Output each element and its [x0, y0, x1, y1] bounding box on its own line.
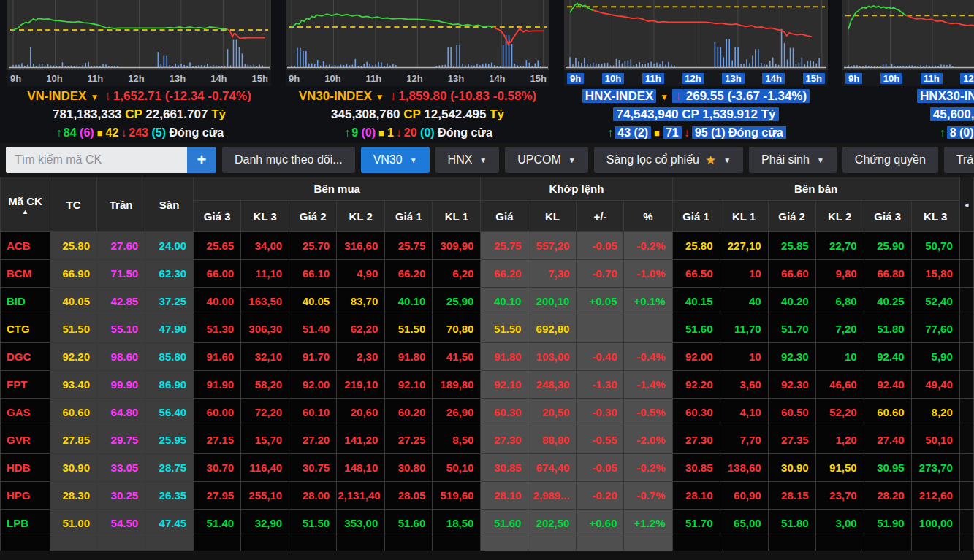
cell-buy-1[interactable]: 306,30 [241, 315, 289, 343]
ticker-symbol[interactable]: HDB [1, 454, 50, 482]
cell-match-0[interactable]: 66.20 [481, 260, 528, 288]
index-panel-hnx30-index[interactable]: 9h10h11h12h13h14h15hHNX30-INDEX▼↓45,600,… [835, 0, 974, 143]
cell-buy-3[interactable]: 2,30 [337, 343, 385, 371]
cell-buy-3[interactable]: 4,90 [337, 260, 385, 288]
cell-sell-4[interactable]: 51.80 [864, 315, 911, 343]
cell-tc[interactable]: 25.80 [50, 232, 97, 260]
cell-match-0[interactable]: 25.75 [481, 232, 528, 260]
subcolumn-header[interactable]: Giá [481, 201, 528, 232]
index-title-line[interactable]: VN-INDEX▼↓1,652.71 (-12.34 -0.74%) [7, 87, 271, 105]
cell-buy-5[interactable]: 41,50 [433, 343, 481, 371]
cell-ceiling[interactable]: 29.75 [97, 426, 145, 454]
cell-floor[interactable]: 86.90 [145, 371, 194, 399]
cell-ceiling[interactable]: 33.05 [97, 454, 145, 482]
menu-button-tr[interactable]: Trá [944, 147, 974, 173]
cell-ceiling[interactable]: 42.85 [97, 288, 145, 315]
cell-tc[interactable]: 60.60 [50, 399, 97, 426]
cell-sell-1[interactable]: 10 [720, 343, 768, 371]
column-header-tc[interactable]: TC [50, 177, 97, 232]
subcolumn-header[interactable]: Giá 3 [194, 201, 241, 232]
cell-sell-4[interactable]: 30.95 [864, 454, 911, 482]
cell-match-3[interactable]: -1.4% [624, 371, 672, 399]
cell-sell-4[interactable]: 51.90 [864, 510, 911, 537]
cell-buy-5[interactable]: 6,20 [433, 260, 481, 288]
cell-buy-3[interactable]: 219,10 [337, 371, 385, 399]
cell-buy-2[interactable]: 27.20 [289, 426, 337, 454]
cell-sell-1[interactable]: 10 [720, 260, 768, 288]
cell-buy-2[interactable]: 60.10 [289, 399, 337, 426]
cell-match-1[interactable]: 88,80 [528, 426, 577, 454]
cell-buy-2[interactable]: 91.70 [289, 343, 337, 371]
cell-sell-4[interactable]: 92.40 [864, 371, 911, 399]
cell-buy-1[interactable]: 255,10 [241, 482, 289, 510]
cell-sell-4[interactable]: 92.40 [864, 343, 911, 371]
cell-match-0[interactable]: 91.80 [481, 343, 528, 371]
cell-buy-5[interactable]: 309,90 [433, 232, 481, 260]
cell-sell-1[interactable]: 227,10 [720, 232, 768, 260]
cell-match-0[interactable]: 28.10 [481, 482, 528, 510]
cell-floor[interactable]: 56.40 [145, 399, 194, 426]
cell-buy-0[interactable]: 91.90 [194, 371, 241, 399]
cell-sell-4[interactable]: 28.20 [864, 482, 911, 510]
cell-floor[interactable]: 85.80 [145, 343, 194, 371]
cell-sell-5[interactable]: 8,20 [911, 399, 959, 426]
cell-ceiling[interactable]: 30.25 [97, 482, 145, 510]
menu-button-upcom[interactable]: UPCOM▼ [505, 147, 587, 173]
cell-sell-4[interactable]: 60.60 [864, 399, 911, 426]
ticker-symbol[interactable]: DGC [1, 343, 50, 371]
cell-match-2[interactable] [577, 315, 624, 343]
cell-buy-4[interactable]: 51.50 [385, 315, 433, 343]
column-header-s-n[interactable]: Sàn [145, 177, 194, 232]
cell-sell-3[interactable]: 6,80 [815, 288, 864, 315]
cell-buy-0[interactable]: 51.30 [194, 315, 241, 343]
cell-buy-3[interactable]: 148,10 [337, 454, 385, 482]
cell-sell-2[interactable]: 25.85 [768, 232, 815, 260]
cell-buy-3[interactable]: 83,70 [337, 288, 385, 315]
cell-tc[interactable]: 30.90 [50, 454, 97, 482]
cell-floor[interactable]: 47.45 [145, 510, 194, 537]
ticker-symbol[interactable]: LPB [1, 510, 50, 537]
cell-match-3[interactable]: +1.2% [624, 510, 672, 537]
cell-match-2[interactable]: -0.40 [577, 343, 624, 371]
cell-buy-4[interactable]: 66.20 [385, 260, 433, 288]
table-row-fpt[interactable]: FPT93.4099.9086.9091.9058,2092.00219,109… [1, 371, 974, 399]
cell-buy-4[interactable]: 60.20 [385, 399, 433, 426]
cell-tc[interactable]: 92.20 [50, 343, 97, 371]
cell-floor[interactable]: 28.75 [145, 454, 194, 482]
table-row-bid[interactable]: BID40.0542.8537.2540.00163,5040.0583,704… [1, 288, 974, 315]
cell-sell-0[interactable]: 27.30 [672, 426, 720, 454]
cell-buy-5[interactable]: 50,10 [433, 454, 481, 482]
cell-buy-2[interactable]: 25.70 [289, 232, 337, 260]
cell-buy-2[interactable]: 30.75 [289, 454, 337, 482]
cell-buy-4[interactable]: 51.60 [385, 510, 433, 537]
cell-sell-2[interactable]: 51.70 [768, 315, 815, 343]
cell-match-1[interactable]: 200,10 [528, 288, 577, 315]
subcolumn-header[interactable]: +/- [577, 201, 624, 232]
cell-match-2[interactable]: -0.05 [577, 232, 624, 260]
cell-sell-2[interactable]: 40.20 [768, 288, 815, 315]
cell-buy-5[interactable]: 70,80 [433, 315, 481, 343]
cell-ceiling[interactable]: 64.80 [97, 399, 145, 426]
cell-sell-0[interactable]: 25.80 [672, 232, 720, 260]
cell-sell-0[interactable]: 51.70 [672, 510, 720, 537]
cell-sell-0[interactable]: 51.60 [672, 315, 720, 343]
subcolumn-header[interactable]: Giá 1 [672, 201, 720, 232]
add-symbol-button[interactable]: + [187, 147, 216, 173]
cell-match-1[interactable]: 248,30 [528, 371, 577, 399]
cell-buy-2[interactable]: 28.00 [289, 482, 337, 510]
table-row-bcm[interactable]: BCM66.9071.5062.3066.0011,1066.104,9066.… [1, 260, 974, 288]
cell-sell-1[interactable]: 3,60 [720, 371, 768, 399]
cell-sell-0[interactable]: 66.50 [672, 260, 720, 288]
index-title-line[interactable]: VN30-INDEX▼↓1,859.80 (-10.83 -0.58%) [286, 87, 549, 105]
cell-sell-5[interactable]: 52,40 [911, 288, 959, 315]
cell-sell-1[interactable]: 4,10 [720, 399, 768, 426]
cell-sell-0[interactable]: 92.00 [672, 343, 720, 371]
search-input[interactable] [6, 147, 187, 173]
cell-sell-2[interactable]: 51.80 [768, 510, 815, 537]
cell-buy-1[interactable]: 72,20 [241, 399, 289, 426]
cell-sell-3[interactable]: 46,60 [815, 371, 864, 399]
cell-buy-5[interactable]: 26,90 [433, 399, 481, 426]
cell-buy-5[interactable]: 25,90 [433, 288, 481, 315]
cell-sell-2[interactable]: 92.30 [768, 343, 815, 371]
cell-tc[interactable]: 51.50 [50, 315, 97, 343]
